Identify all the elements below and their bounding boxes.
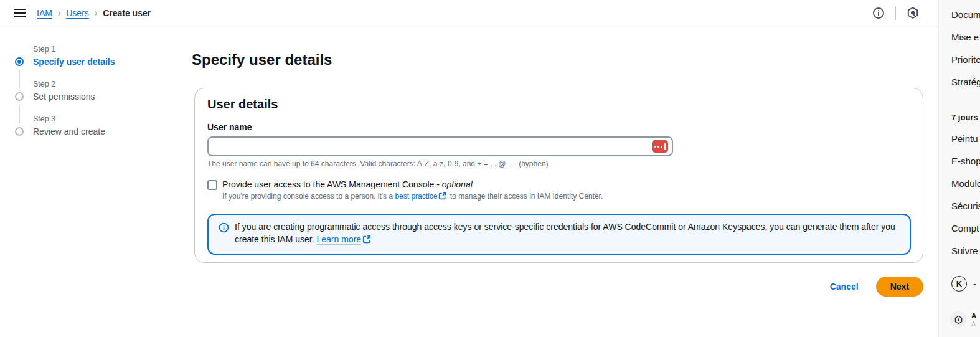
console-access-row: Provide user access to the AWS Managemen… [207,179,910,190]
step-1-label: Step 1 [33,45,55,54]
iam-create-user-page: IAM › Users › Create user [0,0,980,337]
panel-section-header: 7 jours [951,113,978,122]
panel-bottom-line2: A [971,320,976,328]
external-link-icon [438,192,446,200]
panel-item[interactable]: Sécuris [951,201,980,211]
alert-text: If you are creating programmatic access … [235,221,900,248]
amazon-q-button[interactable] [905,5,921,21]
panel-item[interactable]: Suivre [951,245,978,256]
console-access-checkbox[interactable] [207,180,217,190]
console-access-desc-suffix: to manage their access in IAM Identity C… [448,192,603,201]
panel-bottom-line1: A [971,312,976,320]
breadcrumb-current: Create user [103,8,151,18]
toolbar-divider [895,6,896,20]
panel-item[interactable]: Mise e [951,32,979,42]
info-circle-icon [872,7,885,19]
page-title: Specify user details [192,51,332,69]
step-connector [19,70,20,88]
step-2-title[interactable]: Set permissions [33,92,95,102]
breadcrumb: IAM › Users › Create user [37,8,151,18]
step-2-radio-icon[interactable] [15,92,24,101]
username-label: User name [207,122,910,132]
console-access-description: If you're providing console access to a … [222,192,910,201]
console-access-desc-prefix: If you're providing console access to a … [222,192,395,201]
console-access-label[interactable]: Provide user access to the AWS Managemen… [222,179,473,189]
learn-more-link[interactable]: Learn more [317,234,362,244]
panel-item[interactable]: E-shop [951,156,980,166]
console-access-label-text: Provide user access to the AWS Managemen… [222,179,442,189]
step-2-label: Step 2 [33,80,55,88]
breadcrumb-separator-icon: › [58,7,60,19]
panel-item[interactable]: Stratég [951,77,980,87]
info-button[interactable] [870,5,887,21]
info-alert: If you are creating programmatic access … [207,214,911,255]
avatar-row-text: - [973,279,976,289]
alert-info-icon [219,222,229,233]
panel-avatar-row[interactable]: K - [951,276,976,292]
step-1-radio-icon[interactable] [15,57,24,66]
panel-bottom-text: A A [971,312,976,328]
step-1-title[interactable]: Specify user details [33,57,115,67]
breadcrumb-iam-link[interactable]: IAM [37,8,52,18]
panel-item[interactable]: Peintu [951,133,978,144]
avatar-k-icon: K [951,276,967,292]
console-access-optional-text: optional [442,179,473,189]
panel-item[interactable]: Priorite [951,54,980,65]
topbar-utilities [870,5,921,21]
breadcrumb-separator-icon: › [95,7,97,19]
best-practice-link[interactable]: best practice [395,192,437,201]
amazon-q-icon [906,6,920,20]
external-link-icon [362,235,371,244]
hamburger-menu-icon[interactable] [14,9,26,17]
next-button[interactable]: Next [876,277,923,297]
username-input-wrap [207,136,673,156]
hexagon-badge-icon [950,311,966,328]
cancel-button[interactable]: Cancel [830,282,859,292]
step-3-radio-icon[interactable] [15,127,24,136]
card-title: User details [207,97,910,112]
step-3-label: Step 3 [33,115,55,123]
wizard-actions: Cancel Next [0,276,923,297]
panel-item[interactable]: Compt [951,223,979,234]
panel-item[interactable]: Docum [951,9,980,20]
username-help-text: The user name can have up to 64 characte… [207,159,910,168]
password-manager-icon[interactable] [652,140,668,153]
username-input[interactable] [207,136,673,156]
breadcrumb-users-link[interactable]: Users [66,8,89,18]
panel-item[interactable]: Module [951,178,980,189]
step-connector [19,105,20,123]
top-navigation-bar: IAM › Users › Create user [0,0,938,26]
step-3-title[interactable]: Review and create [33,126,105,136]
panel-bottom-item[interactable]: A A [950,311,976,328]
browser-side-panel: Docum Mise e Priorite Stratég 7 jours Pe… [938,0,980,337]
user-details-card: User details User name The user name can… [194,88,923,263]
